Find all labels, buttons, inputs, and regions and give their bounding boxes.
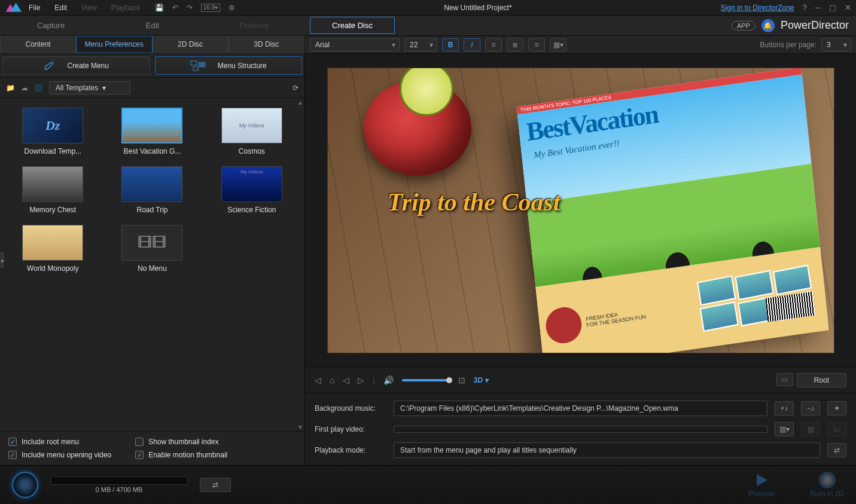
undo-icon[interactable]: ↶: [172, 4, 178, 12]
back-icon[interactable]: ◁: [343, 375, 349, 385]
music-settings-button[interactable]: ✦: [827, 401, 846, 416]
template-item[interactable]: Best Vacation G...: [111, 108, 193, 155]
template-label: Science Fiction: [227, 206, 276, 214]
align-right-button[interactable]: ≡: [528, 38, 545, 51]
cloud-icon[interactable]: ☁: [21, 84, 28, 92]
close-icon[interactable]: ✕: [845, 3, 851, 12]
checkbox-include-root[interactable]: [8, 438, 17, 446]
add-music-button[interactable]: +♪: [775, 401, 794, 416]
subtab-content[interactable]: Content: [0, 36, 76, 53]
svg-rect-2: [191, 61, 197, 65]
preview-button[interactable]: Preview: [749, 472, 775, 498]
template-item[interactable]: My VideosScience Fiction: [211, 166, 293, 214]
bg-music-label: Background music:: [315, 404, 386, 413]
template-item[interactable]: Road Trip: [111, 166, 193, 214]
template-item[interactable]: World Monopoly: [12, 225, 93, 273]
root-button[interactable]: Root: [797, 373, 846, 387]
forward-icon[interactable]: ▷: [358, 375, 364, 385]
pencil-icon: [44, 61, 56, 71]
maximize-icon[interactable]: ▢: [829, 3, 836, 12]
motion-thumb-label: Enable motion thumbnail: [148, 451, 227, 459]
aspect-ratio-icon[interactable]: 16:9▾: [201, 4, 220, 12]
safe-zone-icon[interactable]: ▭: [776, 373, 793, 386]
lime-decoration: [400, 68, 453, 116]
mode-produce[interactable]: Produce: [203, 16, 305, 35]
checkbox-include-opening[interactable]: [8, 451, 17, 459]
align-center-button[interactable]: ≣: [507, 38, 523, 51]
burn-disc-icon: [819, 472, 836, 488]
settings-icon[interactable]: ⚙: [229, 4, 235, 12]
layout-button[interactable]: ▦▾: [550, 38, 566, 51]
template-item[interactable]: Memory Chest: [12, 166, 93, 214]
scroll-down-icon[interactable]: ▾: [298, 423, 302, 431]
subtab-menu-preferences[interactable]: Menu Preferences: [76, 36, 152, 53]
italic-button[interactable]: I: [464, 38, 480, 51]
bold-button[interactable]: B: [442, 38, 459, 51]
remove-music-button[interactable]: −♪: [801, 401, 820, 416]
include-opening-label: Include menu opening video: [22, 451, 111, 459]
template-filter-select[interactable]: All Templates ▾: [49, 81, 130, 94]
main-menu: File Edit View Playback: [29, 4, 141, 12]
menu-playback: Playback: [111, 4, 141, 12]
template-item[interactable]: My VideosCosmos: [211, 108, 293, 155]
volume-slider[interactable]: [402, 379, 450, 381]
minimize-icon[interactable]: ─: [815, 3, 821, 12]
display-mode-icon[interactable]: ⊡: [458, 375, 465, 385]
create-disc-button[interactable]: Create Disc: [310, 17, 395, 34]
burn-button[interactable]: Burn in 2D: [810, 472, 844, 498]
align-left-button[interactable]: ≡: [485, 38, 502, 51]
menu-preview[interactable]: THIS MONTH'S TOPIC: TOP 100 PLACES BestV…: [327, 68, 834, 353]
template-label: Road Trip: [136, 206, 167, 214]
project-title: New Untitled Project*: [235, 4, 721, 12]
checkbox-thumb-index[interactable]: [135, 438, 144, 446]
playback-mode-button[interactable]: ⇄: [827, 443, 846, 457]
subtab-3d-disc[interactable]: 3D Disc: [229, 36, 304, 53]
save-icon[interactable]: 💾: [155, 4, 164, 12]
menu-title-text[interactable]: Trip to the Coast: [388, 188, 560, 216]
menu-file[interactable]: File: [29, 4, 40, 12]
refresh-icon[interactable]: ⟳: [293, 84, 298, 92]
help-icon[interactable]: ?: [803, 3, 807, 12]
app-badge[interactable]: APP: [732, 21, 756, 30]
font-size-select[interactable]: 22: [404, 38, 437, 51]
mode-edit[interactable]: Edit: [102, 16, 203, 35]
template-label: No Menu: [138, 264, 167, 273]
bg-music-input[interactable]: C:\Program Files (x86)\CyberLink\Templat…: [394, 401, 767, 416]
first-play-input[interactable]: [394, 426, 767, 433]
notification-icon[interactable]: 🔔: [761, 19, 775, 32]
template-item[interactable]: DzDownload Temp...: [12, 108, 93, 155]
menu-properties: Background music: C:\Program Files (x86)…: [305, 393, 856, 465]
menu-edit[interactable]: Edit: [54, 4, 67, 12]
preview-label: Preview: [749, 490, 775, 498]
3d-toggle[interactable]: 3D ▾: [474, 376, 489, 384]
signin-link[interactable]: Sign in to DirectorZone: [721, 4, 794, 12]
menu-structure-button[interactable]: Menu Structure: [155, 56, 303, 75]
disc-capacity-text: 0 MB / 4700 MB: [50, 486, 188, 493]
buttons-per-page-select[interactable]: 3: [821, 38, 851, 51]
template-item[interactable]: 🎞🎞No Menu: [111, 225, 193, 273]
subtab-2d-disc[interactable]: 2D Disc: [153, 36, 229, 53]
checkbox-motion-thumb[interactable]: [135, 451, 144, 459]
template-label: Cosmos: [239, 147, 265, 155]
switch-disc-button[interactable]: ⇄: [200, 478, 231, 492]
font-select[interactable]: Arial: [310, 38, 400, 51]
create-menu-button[interactable]: Create Menu: [2, 56, 150, 75]
bpp-label: Buttons per page:: [760, 41, 817, 49]
menu-options: Include root menu Include menu opening v…: [0, 431, 304, 465]
volume-icon[interactable]: 🔊: [383, 375, 394, 385]
import-icon[interactable]: 📁: [6, 84, 15, 92]
left-pane: ▸ Content Menu Preferences 2D Disc 3D Di…: [0, 36, 305, 465]
toolbar-quick-icons: 💾 ↶ ↷ 16:9▾ ⚙: [155, 4, 235, 12]
footer: 0 MB / 4700 MB ⇄ Preview Burn in 2D: [0, 465, 856, 504]
globe-icon[interactable]: 🌐: [34, 84, 43, 92]
prev-menu-icon[interactable]: ◁: [315, 375, 321, 385]
add-video-button[interactable]: ▥▾: [775, 422, 794, 436]
brand-label: PowerDirector: [781, 19, 849, 32]
redo-icon[interactable]: ↷: [187, 4, 193, 12]
scroll-up-icon[interactable]: ▴: [298, 98, 302, 106]
playback-mode-input[interactable]: Start from the menu page and play all ti…: [394, 442, 820, 458]
mode-capture[interactable]: Capture: [0, 16, 102, 35]
disc-capacity-bar: [50, 476, 188, 485]
home-icon[interactable]: ⌂: [330, 375, 334, 385]
sub-tabs: Content Menu Preferences 2D Disc 3D Disc: [0, 36, 304, 54]
